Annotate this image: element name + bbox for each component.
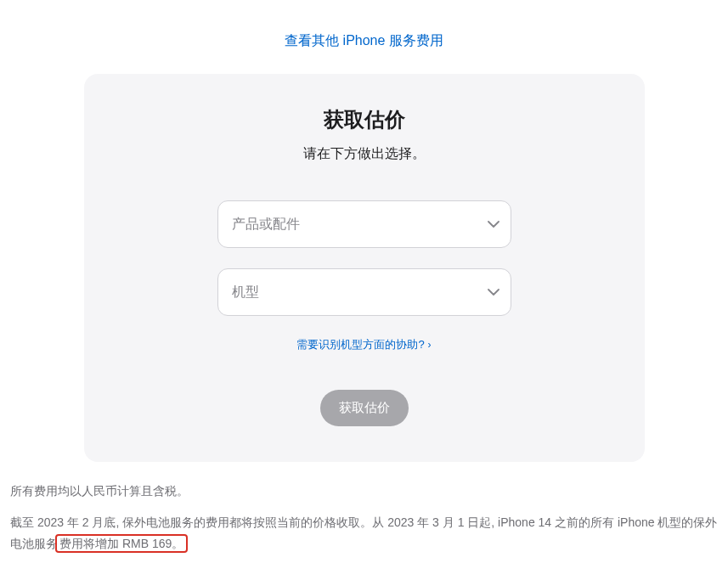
other-services-link[interactable]: 查看其他 iPhone 服务费用 — [285, 33, 443, 48]
disclaimer-price-change: 截至 2023 年 2 月底, 保外电池服务的费用都将按照当前的价格收取。从 2… — [10, 512, 718, 555]
model-select[interactable]: 机型 — [217, 268, 511, 316]
card-subtitle: 请在下方做出选择。 — [110, 145, 619, 163]
get-estimate-button[interactable]: 获取估价 — [320, 390, 409, 426]
highlighted-price-increase: 费用将增加 RMB 169。 — [55, 534, 188, 553]
card-title: 获取估价 — [110, 106, 619, 133]
product-select[interactable]: 产品或配件 — [217, 200, 511, 248]
estimate-card: 获取估价 请在下方做出选择。 产品或配件 机型 需要识别机型方面的协助? › 获… — [84, 74, 645, 462]
chevron-right-icon: › — [428, 339, 432, 351]
help-link-text: 需要识别机型方面的协助? — [296, 337, 424, 352]
disclaimer-tax: 所有费用均以人民币计算且含税。 — [10, 481, 718, 502]
footer-disclaimer: 所有费用均以人民币计算且含税。 截至 2023 年 2 月底, 保外电池服务的费… — [0, 462, 728, 555]
identify-model-help-link[interactable]: 需要识别机型方面的协助? › — [296, 337, 431, 352]
